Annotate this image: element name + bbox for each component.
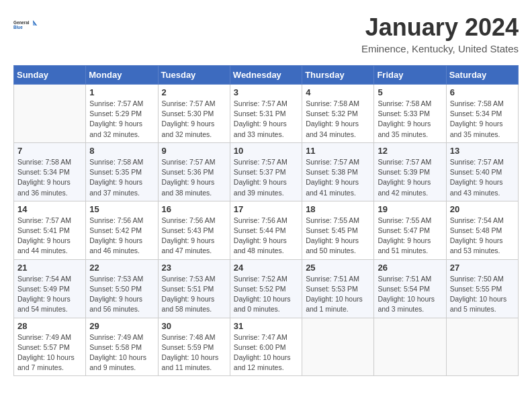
day-number: 5 [378,87,442,97]
day-number: 8 [89,146,154,156]
day-info: Sunrise: 7:57 AMSunset: 5:40 PMDaylight:… [450,157,515,198]
day-number: 26 [378,263,442,273]
day-number: 6 [450,87,515,97]
day-number: 30 [162,321,226,331]
calendar-cell: 1Sunrise: 7:57 AMSunset: 5:29 PMDaylight… [86,85,158,143]
day-info: Sunrise: 7:54 AMSunset: 5:48 PMDaylight:… [450,216,515,257]
calendar-cell: 4Sunrise: 7:58 AMSunset: 5:32 PMDaylight… [302,85,374,143]
day-info: Sunrise: 7:53 AMSunset: 5:50 PMDaylight:… [89,274,154,315]
day-info: Sunrise: 7:58 AMSunset: 5:35 PMDaylight:… [89,157,154,198]
calendar-cell: 14Sunrise: 7:57 AMSunset: 5:41 PMDayligh… [14,201,86,259]
calendar-week-row: 14Sunrise: 7:57 AMSunset: 5:41 PMDayligh… [14,201,519,259]
calendar-cell: 17Sunrise: 7:56 AMSunset: 5:44 PMDayligh… [230,201,302,259]
day-number: 2 [162,87,226,97]
calendar-cell: 12Sunrise: 7:57 AMSunset: 5:39 PMDayligh… [374,142,446,201]
day-info: Sunrise: 7:57 AMSunset: 5:31 PMDaylight:… [234,99,298,140]
calendar-cell: 7Sunrise: 7:58 AMSunset: 5:34 PMDaylight… [14,142,86,201]
day-info: Sunrise: 7:56 AMSunset: 5:44 PMDaylight:… [234,216,298,257]
day-number: 31 [234,321,298,331]
calendar-cell: 23Sunrise: 7:53 AMSunset: 5:51 PMDayligh… [158,259,230,318]
day-info: Sunrise: 7:57 AMSunset: 5:29 PMDaylight:… [89,99,154,140]
calendar-cell [14,85,86,143]
calendar-cell: 6Sunrise: 7:58 AMSunset: 5:34 PMDaylight… [446,85,518,143]
day-info: Sunrise: 7:55 AMSunset: 5:45 PMDaylight:… [306,216,370,257]
day-info: Sunrise: 7:58 AMSunset: 5:33 PMDaylight:… [378,99,442,140]
calendar-cell: 30Sunrise: 7:48 AMSunset: 5:59 PMDayligh… [158,318,230,376]
day-number: 22 [89,263,154,273]
day-number: 12 [378,146,442,156]
day-info: Sunrise: 7:58 AMSunset: 5:34 PMDaylight:… [450,99,515,140]
day-info: Sunrise: 7:50 AMSunset: 5:55 PMDaylight:… [450,274,515,315]
calendar-week-row: 21Sunrise: 7:54 AMSunset: 5:49 PMDayligh… [14,259,519,318]
calendar-cell: 2Sunrise: 7:57 AMSunset: 5:30 PMDaylight… [158,85,230,143]
day-number: 3 [234,87,298,97]
day-info: Sunrise: 7:47 AMSunset: 6:00 PMDaylight:… [234,332,298,373]
calendar-cell: 28Sunrise: 7:49 AMSunset: 5:57 PMDayligh… [14,318,86,376]
weekday-header-cell: Monday [86,66,158,85]
calendar-cell: 3Sunrise: 7:57 AMSunset: 5:31 PMDaylight… [230,85,302,143]
calendar-cell: 20Sunrise: 7:54 AMSunset: 5:48 PMDayligh… [446,201,518,259]
weekday-header-row: SundayMondayTuesdayWednesdayThursdayFrid… [14,66,519,85]
day-number: 16 [162,204,226,214]
day-info: Sunrise: 7:53 AMSunset: 5:51 PMDaylight:… [162,274,226,315]
day-info: Sunrise: 7:56 AMSunset: 5:43 PMDaylight:… [162,216,226,257]
calendar-cell: 13Sunrise: 7:57 AMSunset: 5:40 PMDayligh… [446,142,518,201]
calendar-table: SundayMondayTuesdayWednesdayThursdayFrid… [13,65,519,376]
day-number: 20 [450,204,515,214]
logo-icon: GeneralBlue [13,13,38,38]
day-number: 23 [162,263,226,273]
calendar-cell [302,318,374,376]
weekday-header-cell: Friday [374,66,446,85]
calendar-body: 1Sunrise: 7:57 AMSunset: 5:29 PMDaylight… [14,85,519,376]
calendar-cell: 26Sunrise: 7:51 AMSunset: 5:54 PMDayligh… [374,259,446,318]
calendar-cell: 9Sunrise: 7:57 AMSunset: 5:36 PMDaylight… [158,142,230,201]
day-info: Sunrise: 7:57 AMSunset: 5:30 PMDaylight:… [162,99,226,140]
day-number: 10 [234,146,298,156]
day-number: 17 [234,204,298,214]
day-number: 13 [450,146,515,156]
day-info: Sunrise: 7:51 AMSunset: 5:54 PMDaylight:… [378,274,442,315]
day-info: Sunrise: 7:54 AMSunset: 5:49 PMDaylight:… [17,274,82,315]
calendar-cell: 29Sunrise: 7:49 AMSunset: 5:58 PMDayligh… [86,318,158,376]
calendar-cell: 18Sunrise: 7:55 AMSunset: 5:45 PMDayligh… [302,201,374,259]
day-number: 15 [89,204,154,214]
calendar-cell: 8Sunrise: 7:58 AMSunset: 5:35 PMDaylight… [86,142,158,201]
day-info: Sunrise: 7:48 AMSunset: 5:59 PMDaylight:… [162,332,226,373]
calendar-cell [446,318,518,376]
weekday-header-cell: Thursday [302,66,374,85]
calendar-cell: 5Sunrise: 7:58 AMSunset: 5:33 PMDaylight… [374,85,446,143]
weekday-header-cell: Wednesday [230,66,302,85]
calendar-cell: 15Sunrise: 7:56 AMSunset: 5:42 PMDayligh… [86,201,158,259]
calendar-cell: 31Sunrise: 7:47 AMSunset: 6:00 PMDayligh… [230,318,302,376]
calendar-cell: 24Sunrise: 7:52 AMSunset: 5:52 PMDayligh… [230,259,302,318]
day-number: 4 [306,87,370,97]
calendar-cell: 25Sunrise: 7:51 AMSunset: 5:53 PMDayligh… [302,259,374,318]
day-info: Sunrise: 7:57 AMSunset: 5:36 PMDaylight:… [162,157,226,198]
calendar-cell: 27Sunrise: 7:50 AMSunset: 5:55 PMDayligh… [446,259,518,318]
calendar-cell: 10Sunrise: 7:57 AMSunset: 5:37 PMDayligh… [230,142,302,201]
calendar-cell: 22Sunrise: 7:53 AMSunset: 5:50 PMDayligh… [86,259,158,318]
day-info: Sunrise: 7:49 AMSunset: 5:57 PMDaylight:… [17,332,82,373]
calendar-cell: 21Sunrise: 7:54 AMSunset: 5:49 PMDayligh… [14,259,86,318]
calendar-cell: 16Sunrise: 7:56 AMSunset: 5:43 PMDayligh… [158,201,230,259]
day-number: 21 [17,263,82,273]
calendar-week-row: 28Sunrise: 7:49 AMSunset: 5:57 PMDayligh… [14,318,519,376]
day-number: 24 [234,263,298,273]
day-number: 28 [17,321,82,331]
day-info: Sunrise: 7:57 AMSunset: 5:41 PMDaylight:… [17,216,82,257]
day-number: 7 [17,146,82,156]
calendar-title: January 2024 [361,13,519,42]
svg-text:Blue: Blue [13,25,23,30]
day-number: 18 [306,204,370,214]
calendar-cell: 19Sunrise: 7:55 AMSunset: 5:47 PMDayligh… [374,201,446,259]
calendar-cell: 11Sunrise: 7:57 AMSunset: 5:38 PMDayligh… [302,142,374,201]
day-info: Sunrise: 7:58 AMSunset: 5:32 PMDaylight:… [306,99,370,140]
calendar-week-row: 7Sunrise: 7:58 AMSunset: 5:34 PMDaylight… [14,142,519,201]
day-number: 27 [450,263,515,273]
day-info: Sunrise: 7:57 AMSunset: 5:38 PMDaylight:… [306,157,370,198]
day-info: Sunrise: 7:51 AMSunset: 5:53 PMDaylight:… [306,274,370,315]
day-number: 9 [162,146,226,156]
day-number: 19 [378,204,442,214]
calendar-week-row: 1Sunrise: 7:57 AMSunset: 5:29 PMDaylight… [14,85,519,143]
day-number: 14 [17,204,82,214]
